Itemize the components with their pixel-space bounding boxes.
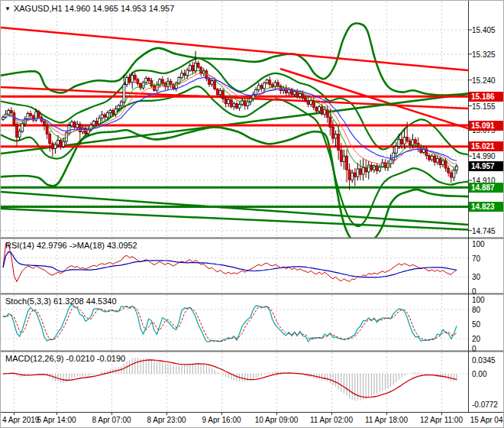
price-badge-resistance: 15.186: [469, 92, 503, 102]
date-axis-label: 12 Apr 11:00: [420, 416, 463, 424]
date-axis-label: 8 Apr 07:00: [92, 416, 131, 424]
chart-title-bar: ▼XAGUSD,H1 14.960 14.965 14.953 14.957: [5, 4, 174, 13]
macd-label: MACD(12,26,9) -0.0210 -0.0190: [5, 354, 125, 363]
price-axis-label: 14.990: [472, 152, 496, 160]
chart-window: ▼XAGUSD,H1 14.960 14.965 14.953 14.957 R…: [0, 0, 504, 428]
date-axis-label: 11 Apr 02:00: [310, 416, 353, 424]
price-badge-resistance: 15.091: [469, 121, 503, 131]
date-axis-label: 4 Apr 2019: [2, 416, 39, 424]
date-axis-label: 15 Apr 04:00: [470, 416, 504, 424]
chart-canvas[interactable]: [1, 1, 504, 428]
price-badge-current: 14.957: [469, 161, 503, 171]
date-axis-label: 10 Apr 09:00: [255, 416, 299, 424]
price-badge-support: 14.823: [469, 202, 503, 212]
rsi-label: RSI(14) 42.9796 ->MA(18) 43.0952: [5, 241, 137, 250]
price-badge-resistance: 15.021: [469, 141, 503, 151]
rsi-scale-label: 100: [472, 240, 485, 248]
date-axis-label: 8 Apr 23:00: [147, 416, 186, 424]
stoch-scale-label: 80: [472, 305, 480, 313]
macd-scale-label: -0.0772: [472, 400, 498, 409]
stoch-scale-label: 100: [472, 296, 485, 304]
date-axis-label: 5 Apr 14:00: [37, 416, 76, 424]
price-axis-label: 15.325: [472, 50, 496, 58]
chart-title: XAGUSD,H1 14.960 14.965 14.953 14.957: [14, 4, 174, 13]
stoch-scale-label: 0: [472, 345, 477, 353]
price-axis-label: 15.155: [472, 102, 496, 110]
rsi-scale-label: 0: [472, 287, 477, 296]
rsi-scale-label: 30: [472, 273, 480, 281]
price-axis-label: 14.745: [472, 226, 496, 235]
price-axis-label: 15.240: [472, 76, 496, 84]
macd-scale-label: 0.00: [472, 370, 486, 378]
macd-scale-label: 0.0345: [472, 356, 496, 365]
stoch-label: Stoch(5,3,3) 61.3208 44.5340: [5, 297, 117, 306]
rsi-scale-label: 70: [472, 254, 480, 262]
stoch-scale-label: 50: [472, 320, 480, 329]
date-axis-label: 9 Apr 16:00: [202, 416, 241, 424]
stoch-scale-label: 20: [472, 335, 480, 343]
price-badge-support: 14.887: [469, 183, 503, 193]
price-axis-label: 15.405: [472, 26, 496, 34]
date-axis-label: 11 Apr 18:00: [365, 416, 408, 424]
symbol-dropdown-icon[interactable]: ▼: [5, 5, 11, 12]
